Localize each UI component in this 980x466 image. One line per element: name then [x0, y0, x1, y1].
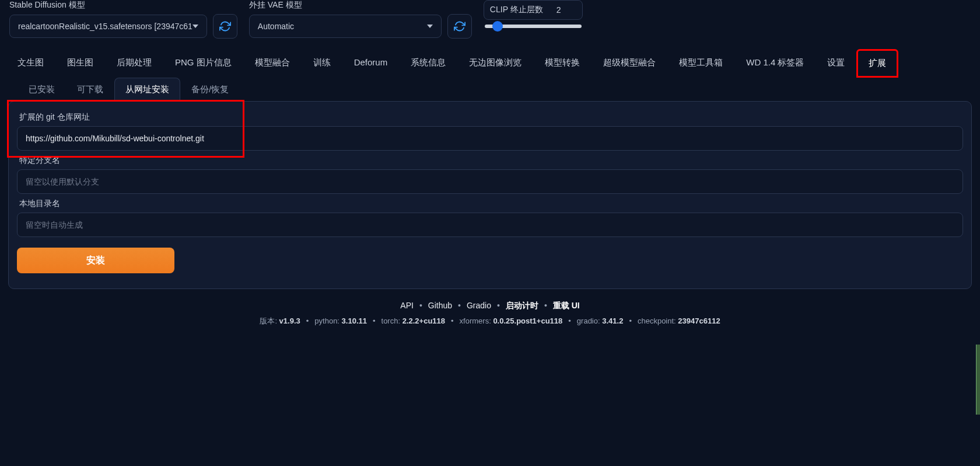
- main-tab-7[interactable]: 系统信息: [399, 49, 457, 78]
- refresh-icon: [219, 20, 231, 32]
- install-from-url-panel: 扩展的 git 仓库网址 特定分支名 本地目录名 安装: [8, 101, 972, 289]
- main-tab-1[interactable]: 图生图: [55, 49, 105, 78]
- main-tab-6[interactable]: Deforum: [342, 49, 400, 78]
- sub-tab-2[interactable]: 从网址安装: [114, 78, 180, 102]
- footer-link-启动计时[interactable]: 启动计时: [506, 301, 538, 310]
- main-tab-10[interactable]: 超级模型融合: [592, 49, 667, 78]
- sub-tab-3[interactable]: 备份/恢复: [180, 78, 240, 102]
- footer-meta-torch: torch: 2.2.2+cu118: [382, 317, 446, 325]
- local-dir-field: 本地目录名: [17, 199, 963, 237]
- footer-link-重载 ui[interactable]: 重载 UI: [553, 301, 580, 310]
- main-tab-3[interactable]: PNG 图片信息: [163, 49, 243, 78]
- local-dir-label: 本地目录名: [19, 199, 961, 209]
- footer: API•Github•Gradio•启动计时•重载 UI 版本: v1.9.3•…: [0, 301, 980, 326]
- vae-label: 外挂 VAE 模型: [249, 0, 472, 11]
- clip-value-input[interactable]: [549, 5, 569, 15]
- local-dir-input[interactable]: [17, 213, 963, 237]
- footer-meta-checkpoint: checkpoint: 23947c6112: [638, 317, 720, 325]
- sub-tabs: 已安装可下载从网址安装备份/恢复: [0, 78, 980, 102]
- main-tab-2[interactable]: 后期处理: [105, 49, 163, 78]
- main-tab-5[interactable]: 训练: [302, 49, 342, 78]
- footer-meta-gradio: gradio: 3.41.2: [577, 317, 624, 325]
- git-url-input[interactable]: [17, 126, 963, 151]
- chevron-down-icon: [427, 25, 433, 28]
- footer-meta: 版本: v1.9.3•python: 3.10.11•torch: 2.2.2+…: [0, 316, 980, 326]
- clip-slider[interactable]: [485, 25, 582, 28]
- clip-field: CLIP 终止层数: [484, 0, 583, 29]
- vae-field: 外挂 VAE 模型 Automatic: [249, 0, 472, 39]
- footer-meta-python: python: 3.10.11: [314, 317, 367, 325]
- footer-link-github[interactable]: Github: [428, 301, 452, 310]
- main-tab-8[interactable]: 无边图像浏览: [457, 49, 533, 78]
- sd-model-select[interactable]: realcartoonRealistic_v15.safetensors [23…: [9, 15, 207, 38]
- footer-links: API•Github•Gradio•启动计时•重载 UI: [0, 301, 980, 311]
- git-url-field: 扩展的 git 仓库网址: [17, 112, 963, 151]
- sd-model-value: realcartoonRealistic_v15.safetensors [23…: [18, 22, 192, 31]
- footer-meta-xformers: xformers: 0.0.25.post1+cu118: [460, 317, 563, 325]
- git-url-label: 扩展的 git 仓库网址: [19, 112, 961, 123]
- branch-label: 特定分支名: [19, 155, 961, 166]
- clip-slider-wrap: [484, 23, 583, 29]
- sub-tab-1[interactable]: 可下载: [66, 78, 114, 102]
- main-tab-14[interactable]: 扩展: [856, 49, 898, 78]
- main-tab-12[interactable]: WD 1.4 标签器: [734, 49, 816, 78]
- sd-model-label: Stable Diffusion 模型: [9, 0, 237, 11]
- install-button[interactable]: 安装: [17, 248, 174, 273]
- top-controls: Stable Diffusion 模型 realcartoonRealistic…: [0, 0, 980, 39]
- main-tab-9[interactable]: 模型转换: [533, 49, 592, 78]
- vae-row: Automatic: [249, 14, 472, 39]
- main-tab-13[interactable]: 设置: [816, 49, 856, 78]
- footer-meta-版本: 版本: v1.9.3: [260, 317, 300, 325]
- main-tab-0[interactable]: 文生图: [6, 49, 55, 78]
- chevron-down-icon: [192, 25, 198, 28]
- clip-box: CLIP 终止层数: [484, 0, 583, 20]
- main-tabs: 文生图图生图后期处理PNG 图片信息模型融合训练Deforum系统信息无边图像浏…: [0, 49, 980, 78]
- vae-select[interactable]: Automatic: [249, 15, 442, 38]
- vae-value: Automatic: [258, 22, 294, 31]
- side-indicator: [976, 345, 980, 415]
- branch-field: 特定分支名: [17, 155, 963, 194]
- sd-model-row: realcartoonRealistic_v15.safetensors [23…: [9, 14, 237, 39]
- clip-label: CLIP 终止层数: [490, 5, 543, 15]
- refresh-vae-button[interactable]: [447, 14, 472, 39]
- refresh-sd-model-button[interactable]: [213, 14, 237, 39]
- branch-input[interactable]: [17, 169, 963, 194]
- main-tab-11[interactable]: 模型工具箱: [667, 49, 734, 78]
- sub-tab-0[interactable]: 已安装: [18, 78, 66, 102]
- footer-link-api[interactable]: API: [400, 301, 414, 310]
- sd-model-field: Stable Diffusion 模型 realcartoonRealistic…: [9, 0, 237, 39]
- refresh-icon: [454, 20, 466, 32]
- main-tab-4[interactable]: 模型融合: [243, 49, 302, 78]
- footer-link-gradio[interactable]: Gradio: [467, 301, 491, 310]
